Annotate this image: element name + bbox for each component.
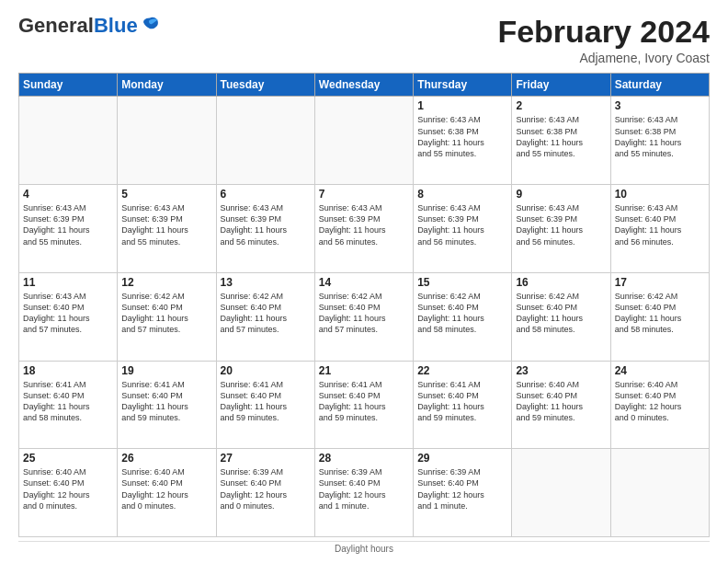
table-row: 6Sunrise: 6:43 AM Sunset: 6:39 PM Daylig… bbox=[216, 185, 314, 273]
day-number: 29 bbox=[417, 452, 507, 465]
day-info: Sunrise: 6:43 AM Sunset: 6:39 PM Dayligh… bbox=[23, 202, 113, 247]
table-row: 2Sunrise: 6:43 AM Sunset: 6:38 PM Daylig… bbox=[512, 97, 610, 185]
calendar-week-4: 18Sunrise: 6:41 AM Sunset: 6:40 PM Dayli… bbox=[19, 361, 710, 449]
table-row: 25Sunrise: 6:40 AM Sunset: 6:40 PM Dayli… bbox=[19, 449, 118, 537]
day-number: 16 bbox=[516, 276, 606, 289]
day-info: Sunrise: 6:43 AM Sunset: 6:40 PM Dayligh… bbox=[23, 291, 113, 336]
calendar-week-5: 25Sunrise: 6:40 AM Sunset: 6:40 PM Dayli… bbox=[19, 449, 710, 537]
table-row: 26Sunrise: 6:40 AM Sunset: 6:40 PM Dayli… bbox=[118, 449, 216, 537]
day-number: 18 bbox=[23, 364, 113, 377]
col-sunday: Sunday bbox=[19, 74, 118, 97]
table-row: 4Sunrise: 6:43 AM Sunset: 6:39 PM Daylig… bbox=[19, 185, 118, 273]
day-number: 22 bbox=[417, 364, 507, 377]
day-number: 2 bbox=[516, 99, 606, 112]
day-info: Sunrise: 6:42 AM Sunset: 6:40 PM Dayligh… bbox=[221, 291, 311, 336]
day-number: 3 bbox=[615, 99, 705, 112]
table-row: 21Sunrise: 6:41 AM Sunset: 6:40 PM Dayli… bbox=[314, 361, 413, 449]
day-number: 27 bbox=[221, 452, 311, 465]
table-row: 12Sunrise: 6:42 AM Sunset: 6:40 PM Dayli… bbox=[118, 272, 216, 361]
table-row: 19Sunrise: 6:41 AM Sunset: 6:40 PM Dayli… bbox=[118, 361, 216, 449]
day-number: 28 bbox=[319, 452, 409, 465]
day-number: 17 bbox=[615, 276, 705, 289]
day-info: Sunrise: 6:42 AM Sunset: 6:40 PM Dayligh… bbox=[417, 291, 507, 336]
day-number: 12 bbox=[121, 276, 211, 289]
table-row: 18Sunrise: 6:41 AM Sunset: 6:40 PM Dayli… bbox=[19, 361, 118, 449]
table-row: 13Sunrise: 6:42 AM Sunset: 6:40 PM Dayli… bbox=[216, 272, 314, 361]
table-row bbox=[216, 97, 314, 185]
table-row bbox=[512, 449, 610, 537]
table-row: 16Sunrise: 6:42 AM Sunset: 6:40 PM Dayli… bbox=[512, 272, 610, 361]
calendar-header: Sunday Monday Tuesday Wednesday Thursday… bbox=[19, 74, 710, 97]
day-info: Sunrise: 6:41 AM Sunset: 6:40 PM Dayligh… bbox=[417, 379, 507, 424]
day-number: 23 bbox=[516, 364, 606, 377]
col-saturday: Saturday bbox=[610, 74, 709, 97]
day-info: Sunrise: 6:43 AM Sunset: 6:38 PM Dayligh… bbox=[615, 114, 705, 159]
col-tuesday: Tuesday bbox=[216, 74, 314, 97]
day-number: 6 bbox=[221, 188, 311, 201]
table-row: 7Sunrise: 6:43 AM Sunset: 6:39 PM Daylig… bbox=[314, 185, 413, 273]
day-info: Sunrise: 6:43 AM Sunset: 6:39 PM Dayligh… bbox=[121, 202, 211, 247]
day-number: 4 bbox=[23, 188, 113, 201]
day-number: 19 bbox=[121, 364, 211, 377]
day-info: Sunrise: 6:42 AM Sunset: 6:40 PM Dayligh… bbox=[615, 291, 705, 336]
col-thursday: Thursday bbox=[414, 74, 512, 97]
header-row: Sunday Monday Tuesday Wednesday Thursday… bbox=[19, 74, 710, 97]
day-number: 15 bbox=[417, 276, 507, 289]
day-info: Sunrise: 6:42 AM Sunset: 6:40 PM Dayligh… bbox=[516, 291, 606, 336]
day-number: 26 bbox=[121, 452, 211, 465]
footer-text: Daylight hours bbox=[335, 544, 393, 554]
table-row: 24Sunrise: 6:40 AM Sunset: 6:40 PM Dayli… bbox=[610, 361, 709, 449]
table-row: 5Sunrise: 6:43 AM Sunset: 6:39 PM Daylig… bbox=[118, 185, 216, 273]
calendar-week-2: 4Sunrise: 6:43 AM Sunset: 6:39 PM Daylig… bbox=[19, 185, 710, 273]
title-block: February 2024 Adjamene, Ivory Coast bbox=[497, 15, 710, 65]
table-row bbox=[118, 97, 216, 185]
day-number: 20 bbox=[221, 364, 311, 377]
day-number: 1 bbox=[417, 99, 507, 112]
table-row: 23Sunrise: 6:40 AM Sunset: 6:40 PM Dayli… bbox=[512, 361, 610, 449]
calendar-week-1: 1Sunrise: 6:43 AM Sunset: 6:38 PM Daylig… bbox=[19, 97, 710, 185]
day-number: 14 bbox=[319, 276, 409, 289]
table-row: 29Sunrise: 6:39 AM Sunset: 6:40 PM Dayli… bbox=[414, 449, 512, 537]
calendar-table: Sunday Monday Tuesday Wednesday Thursday… bbox=[18, 73, 710, 537]
day-info: Sunrise: 6:42 AM Sunset: 6:40 PM Dayligh… bbox=[121, 291, 211, 336]
table-row: 10Sunrise: 6:43 AM Sunset: 6:40 PM Dayli… bbox=[610, 185, 709, 273]
calendar-body: 1Sunrise: 6:43 AM Sunset: 6:38 PM Daylig… bbox=[19, 97, 710, 537]
day-info: Sunrise: 6:41 AM Sunset: 6:40 PM Dayligh… bbox=[23, 379, 113, 424]
day-number: 7 bbox=[319, 188, 409, 201]
table-row: 20Sunrise: 6:41 AM Sunset: 6:40 PM Dayli… bbox=[216, 361, 314, 449]
table-row: 1Sunrise: 6:43 AM Sunset: 6:38 PM Daylig… bbox=[414, 97, 512, 185]
day-number: 8 bbox=[417, 188, 507, 201]
table-row: 8Sunrise: 6:43 AM Sunset: 6:39 PM Daylig… bbox=[414, 185, 512, 273]
day-number: 11 bbox=[23, 276, 113, 289]
table-row: 22Sunrise: 6:41 AM Sunset: 6:40 PM Dayli… bbox=[414, 361, 512, 449]
day-info: Sunrise: 6:43 AM Sunset: 6:40 PM Dayligh… bbox=[615, 202, 705, 247]
col-wednesday: Wednesday bbox=[314, 74, 413, 97]
day-number: 24 bbox=[615, 364, 705, 377]
calendar-week-3: 11Sunrise: 6:43 AM Sunset: 6:40 PM Dayli… bbox=[19, 272, 710, 361]
day-info: Sunrise: 6:41 AM Sunset: 6:40 PM Dayligh… bbox=[121, 379, 211, 424]
day-info: Sunrise: 6:40 AM Sunset: 6:40 PM Dayligh… bbox=[615, 379, 705, 424]
table-row bbox=[610, 449, 709, 537]
table-row: 9Sunrise: 6:43 AM Sunset: 6:39 PM Daylig… bbox=[512, 185, 610, 273]
day-info: Sunrise: 6:43 AM Sunset: 6:39 PM Dayligh… bbox=[319, 202, 409, 247]
logo-general: GeneralBlue bbox=[18, 15, 138, 37]
table-row: 14Sunrise: 6:42 AM Sunset: 6:40 PM Dayli… bbox=[314, 272, 413, 361]
table-row: 17Sunrise: 6:42 AM Sunset: 6:40 PM Dayli… bbox=[610, 272, 709, 361]
day-number: 5 bbox=[121, 188, 211, 201]
bird-icon bbox=[140, 14, 160, 34]
day-info: Sunrise: 6:39 AM Sunset: 6:40 PM Dayligh… bbox=[221, 466, 311, 511]
table-row: 3Sunrise: 6:43 AM Sunset: 6:38 PM Daylig… bbox=[610, 97, 709, 185]
day-info: Sunrise: 6:42 AM Sunset: 6:40 PM Dayligh… bbox=[319, 291, 409, 336]
title-location: Adjamene, Ivory Coast bbox=[497, 51, 710, 65]
day-info: Sunrise: 6:43 AM Sunset: 6:39 PM Dayligh… bbox=[221, 202, 311, 247]
day-info: Sunrise: 6:43 AM Sunset: 6:38 PM Dayligh… bbox=[516, 114, 606, 159]
day-info: Sunrise: 6:43 AM Sunset: 6:39 PM Dayligh… bbox=[516, 202, 606, 247]
col-friday: Friday bbox=[512, 74, 610, 97]
page: GeneralBlue February 2024 Adjamene, Ivor… bbox=[0, 0, 728, 563]
day-info: Sunrise: 6:43 AM Sunset: 6:39 PM Dayligh… bbox=[417, 202, 507, 247]
day-info: Sunrise: 6:39 AM Sunset: 6:40 PM Dayligh… bbox=[319, 466, 409, 511]
day-info: Sunrise: 6:40 AM Sunset: 6:40 PM Dayligh… bbox=[516, 379, 606, 424]
footer: Daylight hours bbox=[18, 541, 710, 554]
table-row: 11Sunrise: 6:43 AM Sunset: 6:40 PM Dayli… bbox=[19, 272, 118, 361]
table-row bbox=[314, 97, 413, 185]
